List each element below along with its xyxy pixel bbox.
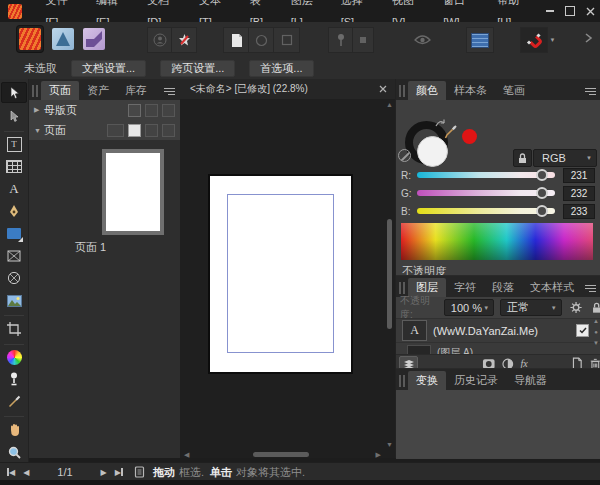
red-value[interactable]: 231 — [563, 168, 595, 183]
document-setup-button[interactable]: 文档设置... — [71, 60, 146, 77]
red-slider-knob[interactable] — [536, 169, 548, 181]
tab-text-styles[interactable]: 文本样式 — [522, 278, 582, 297]
last-page-button[interactable]: ▶ — [115, 468, 123, 477]
blue-slider-knob[interactable] — [536, 205, 548, 217]
zoom-tool[interactable] — [2, 443, 26, 462]
color-eyedropper-icon[interactable] — [444, 124, 458, 140]
collapse-icon[interactable]: ▶ — [34, 106, 44, 114]
snapping-button[interactable] — [520, 27, 548, 53]
canvas[interactable] — [180, 99, 395, 450]
red-slider[interactable] — [417, 172, 555, 178]
blue-value[interactable]: 233 — [563, 204, 595, 219]
toolbar-new-page-button[interactable] — [223, 27, 250, 53]
duplicate-master-icon[interactable] — [145, 104, 158, 117]
toolbar-circle-button[interactable] — [248, 27, 275, 53]
green-value[interactable]: 232 — [563, 186, 595, 201]
toolbar-pin-small-button[interactable] — [352, 27, 374, 53]
scroll-right-icon[interactable]: ▶ — [376, 451, 381, 458]
blue-slider[interactable] — [417, 208, 555, 214]
maximize-button[interactable] — [560, 0, 580, 22]
scroll-down-icon[interactable]: ▼ — [386, 441, 393, 448]
first-page-button[interactable]: ◀ — [7, 468, 15, 477]
tab-history[interactable]: 历史记录 — [446, 371, 506, 390]
toolbar-person-button[interactable] — [147, 27, 173, 53]
layer-row[interactable]: A (WwW.DaYanZai.Me) — [396, 318, 600, 342]
no-fill-icon[interactable] — [398, 149, 411, 162]
lock-icon[interactable] — [592, 302, 600, 314]
move-tool[interactable] — [1, 82, 27, 103]
pages-section-row[interactable]: ▼ 页面 — [29, 120, 180, 140]
vertical-scrollbar[interactable]: ▲ ▼ — [385, 99, 394, 450]
toolbar-overflow-button[interactable] — [584, 32, 594, 44]
tab-stroke[interactable]: 笔画 — [495, 81, 533, 100]
place-image-tool[interactable] — [2, 291, 26, 310]
add-master-icon[interactable] — [128, 104, 141, 117]
next-page-button[interactable]: ▶ — [101, 468, 107, 477]
preferences-button[interactable]: 首选项... — [249, 60, 313, 77]
panel-menu-icon[interactable] — [584, 88, 596, 95]
photo-persona-button[interactable] — [81, 26, 107, 52]
tab-character[interactable]: 字符 — [446, 278, 484, 297]
tab-stock[interactable]: 库存 — [117, 81, 155, 100]
delete-master-icon[interactable] — [162, 104, 175, 117]
scroll-up-icon[interactable]: ▲ — [386, 101, 393, 108]
previous-page-button[interactable]: ◀ — [23, 468, 29, 477]
gear-icon[interactable] — [570, 301, 582, 314]
designer-persona-button[interactable] — [50, 26, 76, 52]
transparency-tool[interactable] — [2, 347, 26, 366]
fill-tool[interactable] — [2, 370, 26, 389]
blend-mode-dropdown[interactable]: 正常 ▼ — [500, 299, 562, 316]
publisher-persona-button[interactable] — [17, 26, 43, 52]
document-tab[interactable]: <未命名> [已修改] (22.8%) — [190, 82, 308, 96]
table-tool[interactable] — [2, 157, 26, 176]
fill-color-well[interactable] — [417, 136, 448, 167]
toolbar-edit-badge-button[interactable] — [171, 27, 197, 53]
toolbar-pin-button[interactable] — [328, 27, 354, 53]
scroll-up-icon[interactable]: ▲ — [593, 318, 599, 324]
margins-tool[interactable] — [2, 319, 26, 338]
spread-icon[interactable] — [107, 124, 124, 137]
horizontal-scrollbar[interactable]: ◀ ▶ — [180, 450, 395, 458]
layer-name[interactable]: (图层 A) — [437, 346, 473, 354]
master-pages-row[interactable]: ▶ 母版页 — [29, 100, 180, 120]
color-picker-tool[interactable] — [2, 392, 26, 411]
panel-grip-icon[interactable] — [399, 85, 406, 97]
frame-text-tool[interactable]: T — [2, 135, 26, 154]
layer-visibility-checkbox[interactable] — [576, 324, 589, 337]
document-page[interactable] — [210, 176, 351, 372]
panel-grip-icon[interactable] — [32, 85, 39, 97]
duplicate-page-icon[interactable] — [145, 124, 158, 137]
scroll-left-icon[interactable]: ◀ — [184, 451, 189, 458]
picture-frame-rectangle-tool[interactable] — [2, 246, 26, 265]
tab-assets[interactable]: 资产 — [79, 81, 117, 100]
snapping-dropdown[interactable]: ▼ — [546, 27, 559, 53]
tab-color[interactable]: 颜色 — [408, 81, 446, 100]
tab-paragraph[interactable]: 段落 — [484, 278, 522, 297]
tab-swatches[interactable]: 样本条 — [446, 81, 495, 100]
scroll-down-icon[interactable]: ▼ — [593, 340, 599, 346]
green-slider-knob[interactable] — [536, 187, 548, 199]
tab-navigator[interactable]: 导航器 — [506, 371, 555, 390]
toolbar-preview-button[interactable] — [408, 27, 436, 53]
panel-menu-icon[interactable] — [163, 88, 175, 95]
color-mode-dropdown[interactable]: RGB ▼ — [533, 149, 597, 167]
page-thumbnail[interactable] — [102, 149, 164, 235]
picked-color-swatch[interactable] — [462, 129, 477, 144]
green-slider[interactable] — [417, 190, 555, 196]
expand-icon[interactable]: ▼ — [34, 127, 44, 134]
vertical-scroll-thumb[interactable] — [387, 219, 392, 329]
layer-row-partial[interactable]: (图层 A) — [396, 342, 600, 354]
layers-scrollbar[interactable]: ▲ ● ▼ — [592, 318, 600, 358]
toolbar-table-button[interactable] — [466, 27, 494, 53]
horizontal-scroll-thumb[interactable] — [253, 452, 309, 457]
picture-frame-ellipse-tool[interactable] — [2, 269, 26, 288]
node-tool[interactable] — [2, 106, 26, 125]
layer-name[interactable]: (WwW.DaYanZai.Me) — [433, 325, 538, 337]
panel-grip-icon[interactable] — [399, 375, 406, 387]
panel-menu-icon[interactable] — [584, 285, 596, 292]
tab-pages[interactable]: 页面 — [41, 81, 79, 100]
minimize-button[interactable] — [540, 0, 560, 22]
view-tool[interactable] — [2, 420, 26, 439]
document-close-button[interactable] — [379, 85, 387, 93]
layer-opacity-dropdown[interactable]: 100 % ▼ — [444, 299, 494, 316]
